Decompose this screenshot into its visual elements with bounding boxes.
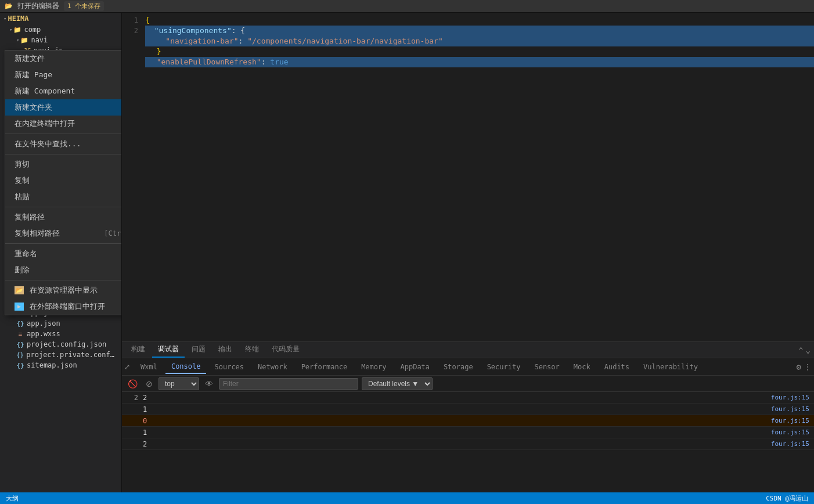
context-menu-item-new-page[interactable]: 新建 Page [5, 67, 122, 83]
show-explorer-icon: 📂 [15, 286, 24, 294]
open-external-icon: ▶ [15, 303, 24, 311]
rename-label: 重命名 [15, 249, 37, 259]
tab-codequality[interactable]: 代码质量 [266, 342, 305, 358]
navi-folder-icon: 📁 [20, 37, 28, 44]
eye-icon-btn[interactable]: 👁 [203, 378, 215, 390]
devtools-tab-sensor[interactable]: Sensor [528, 361, 565, 373]
sitemap-icon: {} [16, 362, 24, 369]
console-row-1: 1 four.js:15 [122, 404, 814, 415]
devtools-tab-network[interactable]: Network [252, 361, 293, 373]
devtools-tabs-bar: ⤢ Wxml Console Sources Network Performan… [122, 358, 814, 376]
sep2 [5, 154, 122, 154]
devtools-tab-storage[interactable]: Storage [438, 361, 479, 373]
sidebar-heima-header[interactable]: HEIMA [0, 13, 121, 24]
context-menu-item-open-external[interactable]: ▶ 在外部终端窗口中打开 [5, 298, 122, 315]
navi-expand-icon [16, 37, 19, 43]
copy-path-label: 复制路径 [15, 212, 45, 222]
sitemap-label: sitemap.json [27, 361, 77, 369]
devtools-tab-performance[interactable]: Performance [296, 361, 353, 373]
status-right: CSDN @冯运山 [766, 494, 808, 503]
navi-label: navi [31, 36, 48, 44]
project-config-icon: {} [16, 341, 24, 348]
devtools-tab-mock[interactable]: Mock [568, 361, 596, 373]
find-in-folder-label: 在文件夹中查找... [15, 139, 81, 149]
expand-icon[interactable]: ⌄ [806, 345, 811, 355]
devtools-tab-memory[interactable]: Memory [355, 361, 392, 373]
context-menu-item-copy-rel-path[interactable]: 复制相对路径 [Ctrl+K Ctrl+Shift+C] [5, 225, 122, 242]
context-menu-item-find-in-folder[interactable]: 在文件夹中查找... [5, 136, 122, 152]
show-explorer-label: 在资源管理器中显示 [30, 285, 98, 296]
devtools-gear-icon[interactable]: ⚙ [797, 362, 801, 372]
sidebar-item-app-wxss[interactable]: ≡ app.wxss [0, 329, 121, 339]
preserve-log-btn[interactable]: ⊘ [143, 378, 155, 390]
heima-label: HEIMA [8, 15, 28, 23]
sidebar-item-comp[interactable]: 📁 comp [0, 24, 121, 35]
sidebar-item-project-config[interactable]: {} project.config.json [0, 339, 121, 350]
context-menu-item-rename[interactable]: 重命名 [F2] [5, 246, 122, 262]
new-page-label: 新建 Page [15, 70, 52, 80]
devtools-more-icon[interactable]: ⋮ [804, 362, 812, 372]
sidebar-item-navi[interactable]: 📁 navi [0, 35, 121, 45]
console-content: 2 2 four.js:15 1 four.js:15 0 four.js:15… [122, 392, 814, 504]
copy-rel-path-label: 复制相对路径 [15, 228, 60, 239]
code-line-4: } [122, 46, 814, 57]
sidebar: HEIMA 📁 comp 📁 navi JS navi.js {} navi.j… [0, 13, 122, 504]
unsaved-badge: 1 个未保存 [64, 1, 104, 11]
sidebar-item-sitemap[interactable]: {} sitemap.json [0, 360, 121, 370]
heima-expand-icon [3, 16, 6, 21]
console-row-2: 0 four.js:15 [122, 415, 814, 427]
sidebar-item-app-json[interactable]: {} app.json [0, 318, 121, 329]
devtools-tab-appdata[interactable]: AppData [394, 361, 435, 373]
sep1 [5, 134, 122, 134]
context-menu-item-cut[interactable]: 剪切 [Ctrl+X] [5, 156, 122, 172]
devtools-tab-vulnerability[interactable]: Vulnerability [637, 361, 704, 373]
tab-debugger[interactable]: 调试器 [152, 342, 185, 358]
context-menu-item-show-explorer[interactable]: 📂 在资源管理器中显示 [Shift+Alt+R] [5, 282, 122, 298]
context-menu-item-open-terminal[interactable]: 在内建终端中打开 [5, 116, 122, 132]
project-private-label: project.private.config.js... [26, 351, 117, 359]
new-component-label: 新建 Component [15, 86, 75, 96]
top-bar: 📂 打开的编辑器 1 个未保存 [0, 0, 814, 13]
devtools-tab-audits[interactable]: Audits [599, 361, 635, 373]
code-line-1: 1 { [122, 15, 814, 26]
context-menu-item-copy[interactable]: 复制 [Ctrl+C] [5, 172, 122, 189]
comp-expand-icon [9, 27, 12, 33]
tab-issues[interactable]: 问题 [186, 342, 211, 358]
code-line-2: 2 "usingComponents": { [122, 26, 814, 36]
context-menu: 新建文件 新建 Page 新建 Component 新建文件夹 在内建终端中打开… [5, 50, 122, 315]
context-menu-item-delete[interactable]: 删除 [Delete] [5, 262, 122, 278]
context-menu-item-paste[interactable]: 粘贴 [Ctrl+V] [5, 189, 122, 205]
cut-label: 剪切 [15, 159, 30, 170]
console-row-0: 2 2 four.js:15 [122, 392, 814, 404]
console-row-3: 1 four.js:15 [122, 427, 814, 438]
editor-area: 1 { 2 "usingComponents": { "navigation-b… [122, 13, 814, 341]
devtools-tab-sources[interactable]: Sources [208, 361, 250, 373]
sidebar-item-project-private[interactable]: {} project.private.config.js... [0, 350, 121, 360]
tab-terminal[interactable]: 终端 [239, 342, 265, 358]
context-menu-item-new-folder[interactable]: 新建文件夹 [5, 99, 122, 116]
context-menu-item-new-component[interactable]: 新建 Component [5, 83, 122, 99]
tab-build[interactable]: 构建 [125, 342, 151, 358]
open-external-label: 在外部终端窗口中打开 [30, 301, 105, 312]
new-file-label: 新建文件 [15, 53, 45, 64]
top-context-select[interactable]: top [159, 377, 199, 390]
devtools-tab-console[interactable]: Console [165, 360, 207, 374]
collapse-icon[interactable]: ⌃ [798, 345, 803, 355]
app-wxss-label: app.wxss [27, 330, 60, 338]
context-menu-item-copy-path[interactable]: 复制路径 [Shift+Alt+C] [5, 209, 122, 225]
filter-input[interactable] [219, 378, 358, 390]
clear-console-btn[interactable]: 🚫 [125, 378, 140, 390]
status-outline[interactable]: 大纲 [6, 494, 19, 503]
comp-label: comp [24, 26, 41, 34]
devtools-expand-icon[interactable]: ⤢ [124, 363, 130, 371]
new-folder-label: 新建文件夹 [15, 102, 52, 113]
context-menu-item-new-file[interactable]: 新建文件 [5, 51, 122, 67]
devtools-tab-security[interactable]: Security [481, 361, 527, 373]
copy-rel-path-shortcut: [Ctrl+K Ctrl+Shift+C] [104, 229, 122, 237]
app-json-icon: {} [16, 320, 24, 327]
level-select[interactable]: Default levels ▼ [362, 377, 433, 390]
code-line-3: "navigation-bar": "/components/navigatio… [122, 36, 814, 46]
devtools-tab-wxml[interactable]: Wxml [135, 361, 163, 373]
tab-output[interactable]: 输出 [212, 342, 238, 358]
sep5 [5, 280, 122, 280]
